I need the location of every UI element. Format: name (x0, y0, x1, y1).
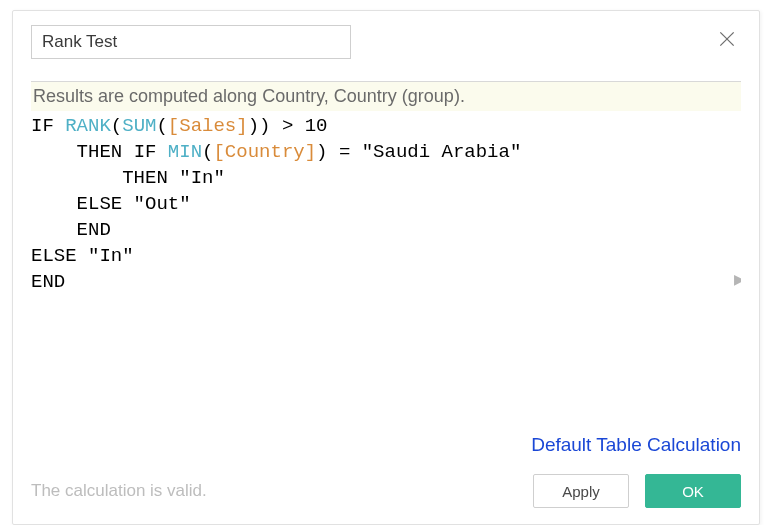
apply-button[interactable]: Apply (533, 474, 629, 508)
dialog-footer: The calculation is valid. Apply OK (31, 466, 741, 508)
formula-editor[interactable]: IF RANK(SUM([Sales])) > 10 THEN IF MIN([… (31, 111, 741, 434)
formula-text[interactable]: IF RANK(SUM([Sales])) > 10 THEN IF MIN([… (31, 113, 741, 295)
expand-pane-icon[interactable]: ▶ (734, 271, 741, 287)
close-button[interactable] (713, 25, 741, 53)
ok-button[interactable]: OK (645, 474, 741, 508)
results-along-banner: Results are computed along Country, Coun… (31, 82, 741, 111)
validation-status: The calculation is valid. (31, 481, 517, 501)
calculated-field-dialog: Results are computed along Country, Coun… (12, 10, 760, 525)
close-icon (717, 29, 737, 49)
field-name-input[interactable] (31, 25, 351, 59)
dialog-header (31, 25, 741, 59)
default-table-calculation-link[interactable]: Default Table Calculation (531, 434, 741, 456)
